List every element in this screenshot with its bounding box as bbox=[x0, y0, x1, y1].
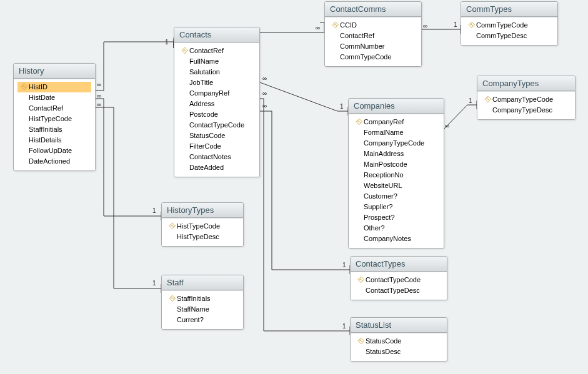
card-one: 1 bbox=[342, 323, 346, 330]
field[interactable]: ContactTypeDesc bbox=[354, 285, 443, 296]
table-contacts[interactable]: Contacts ⚿ContactRefFullNameSalutationJo… bbox=[174, 27, 260, 177]
field-list: ⚿ContactRefFullNameSalutationJobTitleCom… bbox=[174, 42, 259, 177]
field-label: Address bbox=[189, 99, 254, 109]
card-one: 1 bbox=[454, 21, 457, 28]
field-label: Other? bbox=[364, 224, 439, 233]
field-label: FollowUpDate bbox=[29, 146, 90, 155]
field-label: HistID bbox=[29, 82, 90, 92]
field-label: CompanyRef bbox=[364, 117, 439, 127]
pk-field[interactable]: ⚿HistID bbox=[17, 82, 91, 92]
field[interactable]: CompanyNotes bbox=[352, 234, 440, 244]
card-many: ∞ bbox=[423, 22, 427, 29]
field-label: HistDate bbox=[29, 93, 90, 102]
field-label: ContactTypeCode bbox=[366, 275, 442, 285]
field[interactable]: Address bbox=[178, 99, 256, 109]
key-icon: ⚿ bbox=[181, 46, 189, 56]
field-label: CommNumber bbox=[340, 42, 416, 51]
field-label: ContactTypeCode bbox=[189, 121, 254, 130]
pk-field[interactable]: ⚿StaffInitials bbox=[166, 293, 239, 304]
field-label: JobTitle bbox=[189, 78, 254, 87]
field-label: CommTypeCode bbox=[476, 21, 552, 30]
field[interactable]: Postcode bbox=[178, 109, 256, 120]
table-staff[interactable]: Staff ⚿StaffInitialsStaffNameCurrent? bbox=[161, 275, 244, 330]
field[interactable]: CommTypeDesc bbox=[465, 31, 554, 41]
field[interactable]: FollowUpDate bbox=[17, 145, 91, 156]
field[interactable]: HistTypeDesc bbox=[166, 232, 239, 242]
field[interactable]: ContactTypeCode bbox=[178, 120, 256, 130]
field-label: ContactRef bbox=[29, 104, 90, 113]
field-label: Customer? bbox=[364, 192, 439, 201]
field-label: HistTypeCode bbox=[29, 114, 90, 124]
field[interactable]: StaffName bbox=[166, 304, 239, 315]
field[interactable]: StatusCode bbox=[178, 130, 256, 141]
field-label: Current? bbox=[177, 315, 238, 325]
field-label: CompanyTypeDesc bbox=[492, 106, 570, 115]
pk-field[interactable]: ⚿ContactTypeCode bbox=[354, 275, 443, 285]
table-companytypes[interactable]: CompanyTypes ⚿CompanyTypeCodeCompanyType… bbox=[477, 76, 576, 120]
field[interactable]: FullName bbox=[178, 56, 256, 67]
pk-field[interactable]: ⚿StatusCode bbox=[354, 336, 443, 347]
pk-field[interactable]: ⚿ContactRef bbox=[178, 46, 256, 56]
field-list: ⚿CompanyRefFormalNameCompanyTypeCodeMain… bbox=[349, 114, 444, 248]
field[interactable]: Salutation bbox=[178, 67, 256, 77]
field[interactable]: FormalName bbox=[352, 127, 440, 138]
table-contactcomms[interactable]: ContactComms ⚿CCIDContactRefCommNumberCo… bbox=[324, 1, 422, 67]
pk-field[interactable]: ⚿CompanyTypeCode bbox=[481, 94, 571, 105]
field-label: StatusDesc bbox=[366, 347, 442, 357]
field[interactable]: Supplier? bbox=[352, 202, 440, 212]
field-label: DateActioned bbox=[29, 157, 90, 166]
key-icon: ⚿ bbox=[331, 21, 340, 30]
field-label: Postcode bbox=[189, 110, 254, 119]
field[interactable]: CommTypeCode bbox=[329, 52, 417, 62]
field-label: StatusCode bbox=[366, 337, 442, 346]
field[interactable]: HistDate bbox=[17, 92, 91, 103]
field[interactable]: CompanyTypeDesc bbox=[481, 105, 571, 116]
field[interactable]: HistTypeCode bbox=[17, 114, 91, 124]
field[interactable]: Current? bbox=[166, 315, 239, 325]
field[interactable]: StatusDesc bbox=[354, 347, 443, 357]
field[interactable]: CompanyRef bbox=[178, 88, 256, 99]
field[interactable]: MainPostcode bbox=[352, 159, 440, 170]
field[interactable]: CompanyTypeCode bbox=[352, 138, 440, 149]
field[interactable]: FilterCode bbox=[178, 141, 256, 152]
table-history[interactable]: History ⚿HistIDHistDateContactRefHistTyp… bbox=[13, 63, 96, 171]
field-label: HistTypeCode bbox=[177, 222, 238, 231]
field[interactable]: Prospect? bbox=[352, 212, 440, 223]
card-many: ∞ bbox=[97, 81, 101, 88]
pk-field[interactable]: ⚿CompanyRef bbox=[352, 117, 440, 127]
field-label: MainPostcode bbox=[364, 160, 439, 169]
field-label: HistDetails bbox=[29, 135, 90, 145]
pk-field[interactable]: ⚿HistTypeCode bbox=[166, 221, 239, 232]
card-many: ∞ bbox=[97, 92, 101, 99]
field[interactable]: ContactNotes bbox=[178, 152, 256, 162]
field[interactable]: ReceptionNo bbox=[352, 170, 440, 180]
field-list: ⚿HistTypeCodeHistTypeDesc bbox=[162, 218, 243, 246]
table-title: Companies bbox=[349, 99, 444, 114]
field-list: ⚿ContactTypeCodeContactTypeDesc bbox=[351, 272, 447, 300]
table-title: CompanyTypes bbox=[477, 76, 575, 91]
table-contacttypes[interactable]: ContactTypes ⚿ContactTypeCodeContactType… bbox=[350, 256, 447, 300]
field[interactable]: Other? bbox=[352, 223, 440, 234]
field[interactable]: WebsiteURL bbox=[352, 180, 440, 191]
field[interactable]: DateActioned bbox=[17, 156, 91, 167]
table-title: Contacts bbox=[174, 27, 259, 42]
table-statuslist[interactable]: StatusList ⚿StatusCodeStatusDesc bbox=[350, 317, 447, 362]
table-historytypes[interactable]: HistoryTypes ⚿HistTypeCodeHistTypeDesc bbox=[161, 202, 244, 247]
field[interactable]: ContactRef bbox=[329, 31, 417, 41]
field-label: CompanyTypeCode bbox=[364, 139, 439, 148]
field[interactable]: JobTitle bbox=[178, 77, 256, 88]
field[interactable]: HistDetails bbox=[17, 135, 91, 145]
field[interactable]: MainAddress bbox=[352, 149, 440, 159]
table-companies[interactable]: Companies ⚿CompanyRefFormalNameCompanyTy… bbox=[348, 98, 444, 249]
field[interactable]: StaffInitials bbox=[17, 124, 91, 135]
field[interactable]: Customer? bbox=[352, 191, 440, 202]
pk-field[interactable]: ⚿CCID bbox=[329, 20, 417, 31]
field[interactable]: CommNumber bbox=[329, 41, 417, 52]
key-icon: ⚿ bbox=[467, 21, 476, 30]
pk-field[interactable]: ⚿CommTypeCode bbox=[465, 20, 554, 31]
relationships-layer bbox=[0, 0, 588, 374]
field[interactable]: DateAdded bbox=[178, 162, 256, 173]
table-commtypes[interactable]: CommTypes ⚿CommTypeCodeCommTypeDesc bbox=[461, 1, 558, 46]
card-one: 1 bbox=[165, 39, 169, 46]
field[interactable]: ContactRef bbox=[17, 103, 91, 114]
